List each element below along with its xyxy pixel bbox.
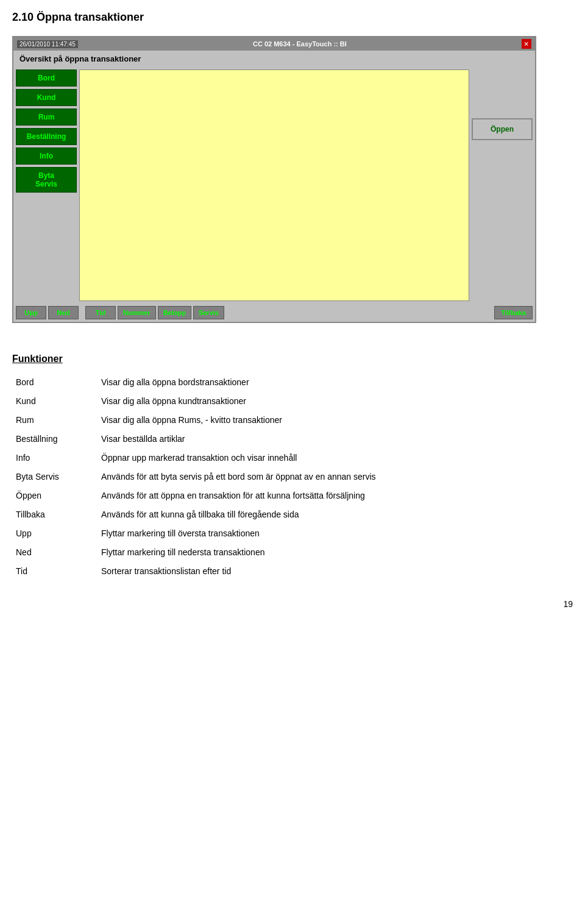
sidebar-btn-bord[interactable]: Bord	[16, 69, 77, 87]
funktioner-description: Används för att kunna gå tillbaka till f…	[98, 505, 573, 524]
funktioner-row: TidSorterar transaktionslistan efter tid	[12, 562, 573, 581]
funktioner-description: Öppnar upp markerad transaktion och visa…	[98, 449, 573, 467]
bottom-btn-upp[interactable]: Upp	[16, 306, 46, 319]
funktioner-table: BordVisar dig alla öppna bordstransaktio…	[12, 373, 573, 581]
window-main: Bord Kund Rum Beställning Info Byta Serv…	[13, 67, 535, 304]
funktioner-description: Används för att öppna en transaktion för…	[98, 486, 573, 505]
funktioner-term: Ned	[12, 543, 98, 562]
funktioner-term: Bord	[12, 373, 98, 392]
funktioner-description: Används för att byta servis på ett bord …	[98, 467, 573, 486]
funktioner-description: Flyttar markering till översta transakti…	[98, 524, 573, 543]
bottom-btn-servis[interactable]: Servis	[193, 306, 224, 319]
funktioner-row: InfoÖppnar upp markerad transaktion och …	[12, 449, 573, 467]
sidebar-btn-byta-servis[interactable]: Byta Servis	[16, 167, 77, 193]
funktioner-description: Flyttar markering till nedersta transakt…	[98, 543, 573, 562]
bottom-btn-nummer[interactable]: Nummer	[118, 306, 156, 319]
center-content-area	[79, 69, 469, 301]
funktioner-description: Sorterar transaktionslistan efter tid	[98, 562, 573, 581]
funktioner-term: Kund	[12, 392, 98, 411]
funktioner-term: Tid	[12, 562, 98, 581]
bottom-btn-tillbaka[interactable]: Tillbaka	[494, 306, 533, 319]
funktioner-description: Visar dig alla öppna kundtransaktioner	[98, 392, 573, 411]
sidebar-btn-bestallning[interactable]: Beställning	[16, 128, 77, 145]
funktioner-term: Rum	[12, 411, 98, 430]
funktioner-description: Visar dig alla öppna bordstransaktioner	[98, 373, 573, 392]
funktioner-row: ÖppenAnvänds för att öppna en transaktio…	[12, 486, 573, 505]
sidebar-btn-kund[interactable]: Kund	[16, 89, 77, 106]
page-number: 19	[0, 593, 585, 615]
page-title: 2.10 Öppna transaktioner	[0, 0, 585, 30]
funktioner-row: UppFlyttar markering till översta transa…	[12, 524, 573, 543]
funktioner-term: Upp	[12, 524, 98, 543]
funktioner-row: KundVisar dig alla öppna kundtransaktion…	[12, 392, 573, 411]
funktioner-row: RumVisar dig alla öppna Rums, - kvitto t…	[12, 411, 573, 430]
funktioner-section: Funktioner BordVisar dig alla öppna bord…	[0, 341, 585, 593]
right-btn-oppen[interactable]: Öppen	[472, 118, 533, 140]
title-bar: 26/01/2010 11:47:45 CC 02 M634 - EasyTou…	[13, 37, 535, 51]
funktioner-description: Visar dig alla öppna Rums, - kvitto tran…	[98, 411, 573, 430]
funktioner-term: Öppen	[12, 486, 98, 505]
sidebar-buttons: Bord Kund Rum Beställning Info Byta Serv…	[16, 69, 77, 301]
window-header: Översikt på öppna transaktioner	[13, 51, 535, 67]
funktioner-title: Funktioner	[12, 354, 573, 364]
bottom-btn-ned[interactable]: Ned	[48, 306, 79, 319]
funktioner-row: BordVisar dig alla öppna bordstransaktio…	[12, 373, 573, 392]
funktioner-term: Beställning	[12, 430, 98, 449]
screenshot-container: 26/01/2010 11:47:45 CC 02 M634 - EasyTou…	[12, 36, 536, 323]
timestamp: 26/01/2010 11:47:45	[17, 40, 78, 48]
window-title: CC 02 M634 - EasyTouch :: BI	[253, 40, 347, 48]
sidebar-btn-info[interactable]: Info	[16, 147, 77, 165]
bottom-btn-tid[interactable]: Tid	[85, 306, 116, 319]
funktioner-row: Byta ServisAnvänds för att byta servis p…	[12, 467, 573, 486]
bottom-btn-belopp[interactable]: Belopp	[158, 306, 191, 319]
funktioner-description: Visar beställda artiklar	[98, 430, 573, 449]
close-button[interactable]: ✕	[522, 39, 531, 49]
right-sidebar: Öppen	[472, 69, 533, 301]
funktioner-term: Byta Servis	[12, 467, 98, 486]
funktioner-term: Info	[12, 449, 98, 467]
sidebar-btn-rum[interactable]: Rum	[16, 108, 77, 126]
funktioner-row: BeställningVisar beställda artiklar	[12, 430, 573, 449]
funktioner-term: Tillbaka	[12, 505, 98, 524]
funktioner-row: TillbakaAnvänds för att kunna gå tillbak…	[12, 505, 573, 524]
window-content: Översikt på öppna transaktioner Bord Kun…	[13, 51, 535, 322]
funktioner-row: NedFlyttar markering till nedersta trans…	[12, 543, 573, 562]
bottom-bar: Upp Ned Tid Nummer Belopp Servis Tillbak…	[13, 304, 535, 322]
